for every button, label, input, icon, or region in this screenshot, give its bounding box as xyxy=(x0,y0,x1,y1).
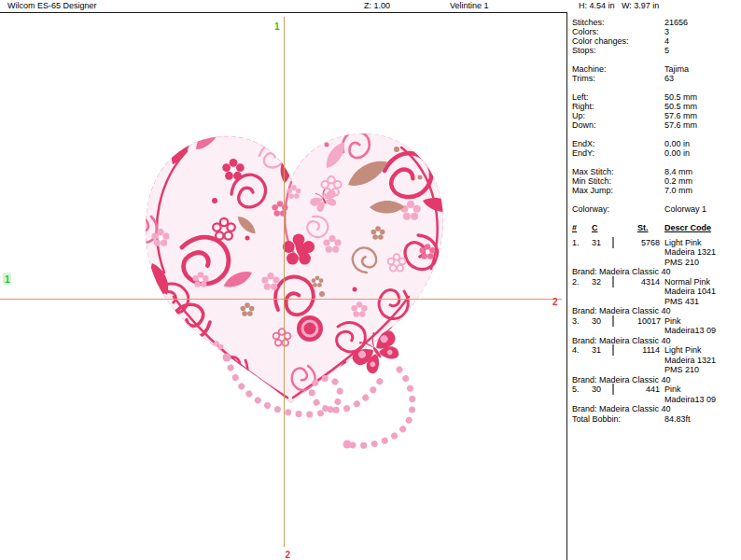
thread-num: 3. xyxy=(572,316,592,336)
heart-design[interactable] xyxy=(129,122,458,449)
col-header-st: St. xyxy=(637,223,664,233)
stat-label: Machine: xyxy=(572,64,664,74)
colorway-table: # C St. Descr Code 1. 31 5768 Light Pink… xyxy=(567,223,741,424)
stat-label: Left: xyxy=(572,92,664,102)
thread-code: 32 xyxy=(592,277,612,307)
stat-label: Down: xyxy=(572,120,664,130)
stat-label: EndY: xyxy=(572,148,664,158)
thread-num: 4. xyxy=(572,345,592,375)
thread-brand: Brand: Madeira Classic 40 xyxy=(567,404,741,414)
stat-value: 21656 xyxy=(664,18,688,27)
stat-label: Right: xyxy=(572,102,664,111)
thread-descr: Pink Madeira13 09 xyxy=(664,316,741,336)
thread-swatch xyxy=(612,344,614,356)
stat-value: Tajima xyxy=(664,64,689,74)
stat-label: Color changes: xyxy=(572,36,664,46)
machine-section: Machine:Tajima Trims:63 xyxy=(567,64,741,83)
start-marker-left[interactable]: 1 xyxy=(5,274,10,285)
thread-descr: Pink Madeira13 09 xyxy=(664,385,741,404)
thread-descr: Light Pink Madeira 1321 PMS 210 xyxy=(664,238,741,268)
stat-value: 5 xyxy=(664,46,669,55)
thread-swatch xyxy=(612,276,614,287)
thread-stitches: 1114 xyxy=(637,345,664,375)
stat-value: 57.6 mm xyxy=(664,111,697,120)
thread-swatch xyxy=(612,315,614,327)
thread-brand: Brand: Madeira Classic 40 xyxy=(567,267,741,277)
stat-label: Colors: xyxy=(572,27,664,36)
thread-stitches: 5768 xyxy=(637,238,664,268)
colorway-section: Colorway:Colorway 1 xyxy=(567,204,741,214)
thread-num: 5. xyxy=(572,385,592,404)
design-info-panel: Stitches:21656 Colors:3 Color changes:4 … xyxy=(567,12,741,424)
stat-label: EndX: xyxy=(572,139,664,148)
end-point-section: EndX:0.00 in EndY:0.00 in xyxy=(567,139,741,158)
stat-label: Stops: xyxy=(572,46,664,55)
stat-value: 0.2 mm xyxy=(664,176,692,186)
thread-brand: Brand: Madeira Classic 40 xyxy=(567,336,741,346)
stitch-limits-section: Max Stitch:8.4 mm Min Stitch:0.2 mm Max … xyxy=(567,167,741,195)
col-header-c: C xyxy=(592,223,612,233)
thread-num: 1. xyxy=(572,238,592,268)
stat-value: 50.5 mm xyxy=(664,92,697,102)
stat-label: Max Stitch: xyxy=(572,167,664,176)
colorway-value: Colorway 1 xyxy=(664,204,706,214)
thread-stitches: 4314 xyxy=(637,277,664,307)
thread-row: 5. 30 441 Pink Madeira13 09 xyxy=(567,385,741,404)
stats-section: Stitches:21656 Colors:3 Color changes:4 … xyxy=(567,18,741,55)
stat-value: 3 xyxy=(664,27,669,36)
stat-value: 8.4 mm xyxy=(664,167,692,176)
stat-label: Up: xyxy=(572,111,664,120)
stat-label: Stitches: xyxy=(572,18,664,27)
thread-descr: Normal Pink Madeira 1041 PMS 431 xyxy=(664,277,741,307)
stat-value: 7.0 mm xyxy=(664,186,692,195)
col-header-descr: Descr Code xyxy=(664,223,741,233)
colorway-label: Colorway: xyxy=(572,204,664,214)
thread-code: 30 xyxy=(592,316,612,336)
thread-descr: Light Pink Madeira 1321 PMS 210 xyxy=(664,345,741,375)
stat-label: Min Stitch: xyxy=(572,176,664,186)
end-marker-bottom[interactable]: 2 xyxy=(286,550,291,560)
total-bobbin-label: Total Bobbin: xyxy=(572,414,664,425)
thread-code: 31 xyxy=(592,238,612,268)
stat-value: 0.00 in xyxy=(664,148,690,158)
thread-swatch xyxy=(612,237,614,248)
stat-value: 63 xyxy=(664,74,674,83)
thread-num: 2. xyxy=(572,277,592,307)
total-bobbin-value: 84.83ft xyxy=(664,414,691,425)
thread-code: 30 xyxy=(592,385,612,404)
stat-value: 0.00 in xyxy=(664,139,690,148)
margins-section: Left:50.5 mm Right:50.5 mm Up:57.6 mm Do… xyxy=(567,92,741,130)
stat-value: 4 xyxy=(664,36,669,46)
thread-stitches: 10017 xyxy=(637,316,664,336)
stat-value: 50.5 mm xyxy=(664,102,697,111)
thread-brand: Brand: Madeira Classic 40 xyxy=(567,306,741,316)
thread-code: 31 xyxy=(592,345,612,375)
thread-brand: Brand: Madeira Classic 40 xyxy=(567,375,741,385)
thread-swatch xyxy=(612,384,614,395)
total-bobbin-row: Total Bobbin: 84.83ft xyxy=(567,414,741,425)
stat-label: Max Jump: xyxy=(572,186,664,195)
stat-value: 57.6 mm xyxy=(664,120,697,130)
colorway-table-header: # C St. Descr Code xyxy=(567,223,741,233)
col-header-num: # xyxy=(572,223,592,233)
end-marker-right[interactable]: 2 xyxy=(552,297,558,307)
thread-row: 3. 30 10017 Pink Madeira13 09 xyxy=(567,316,741,336)
thread-row: 1. 31 5768 Light Pink Madeira 1321 PMS 2… xyxy=(567,238,741,268)
thread-row: 4. 31 1114 Light Pink Madeira 1321 PMS 2… xyxy=(567,345,741,375)
stat-label: Trims: xyxy=(572,74,664,83)
start-marker-top[interactable]: 1 xyxy=(274,21,280,32)
thread-stitches: 441 xyxy=(637,385,664,404)
thread-row: 2. 32 4314 Normal Pink Madeira 1041 PMS … xyxy=(567,277,741,307)
